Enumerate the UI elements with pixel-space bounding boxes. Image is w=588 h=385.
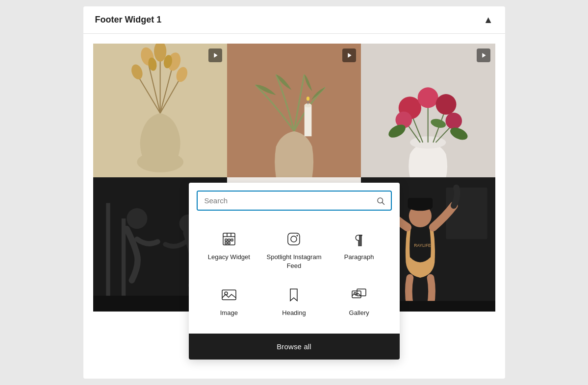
svg-point-18 [307,96,309,100]
svg-rect-15 [305,105,312,136]
svg-rect-60 [225,239,227,241]
image-widget-icon [220,286,238,304]
image-label: Image [220,309,238,317]
search-button[interactable] [370,192,391,209]
spotlight-instagram-icon [285,230,303,248]
spotlight-instagram-label: Spotlight Instagram Feed [265,253,323,270]
widget-header: Footer Widget 1 ▲ [83,6,505,34]
paragraph-icon: ¶ [350,230,368,248]
widget-spotlight-instagram[interactable]: Spotlight Instagram Feed [261,222,327,278]
video-icon-2 [342,48,356,62]
svg-rect-62 [231,239,233,241]
svg-rect-72 [357,289,366,296]
svg-point-66 [291,236,297,242]
heading-label: Heading [282,309,306,317]
svg-rect-65 [288,233,300,245]
svg-point-27 [418,87,438,108]
svg-rect-61 [228,239,230,241]
search-input-wrapper [197,191,392,211]
svg-point-30 [446,113,462,129]
header-title: Footer Widget 1 [95,15,162,25]
paragraph-label: Paragraph [344,253,374,262]
heading-icon [285,286,303,304]
legacy-widget-label: Legacy Widget [208,253,250,262]
widget-legacy[interactable]: Legacy Widget [197,222,262,278]
image-cell-1[interactable] [93,44,227,177]
image-cell-2[interactable] [227,44,361,177]
svg-point-28 [436,94,457,115]
browse-all-button[interactable]: Browse all [189,334,400,360]
svg-point-37 [127,208,147,229]
svg-rect-63 [225,242,227,244]
svg-rect-69 [222,290,236,300]
legacy-widget-icon [220,230,238,248]
widget-paragraph[interactable]: ¶ Paragraph [327,222,392,278]
gallery-label: Gallery [349,309,369,317]
svg-point-67 [297,235,298,237]
video-icon-3 [477,48,490,62]
svg-line-55 [382,202,384,204]
svg-rect-35 [106,203,110,306]
widget-gallery[interactable]: Gallery [327,278,392,325]
image-cell-3[interactable] [361,44,495,177]
search-input[interactable] [198,192,370,210]
svg-text:RAYLIFEY: RAYLIFEY [414,243,434,248]
collapse-icon[interactable]: ▲ [484,14,493,25]
main-container: Footer Widget 1 ▲ [83,6,505,379]
widgets-grid: Legacy Widget Spotlight Instagram Feed [189,211,400,334]
svg-text:¶: ¶ [355,232,362,247]
gallery-icon [350,286,368,304]
widget-picker-popup: Legacy Widget Spotlight Instagram Feed [189,183,400,360]
svg-rect-51 [408,198,433,208]
widget-heading[interactable]: Heading [261,278,327,325]
svg-rect-64 [228,242,230,244]
widget-image[interactable]: Image [197,278,262,325]
video-icon-1 [208,48,222,62]
search-container [189,183,400,211]
